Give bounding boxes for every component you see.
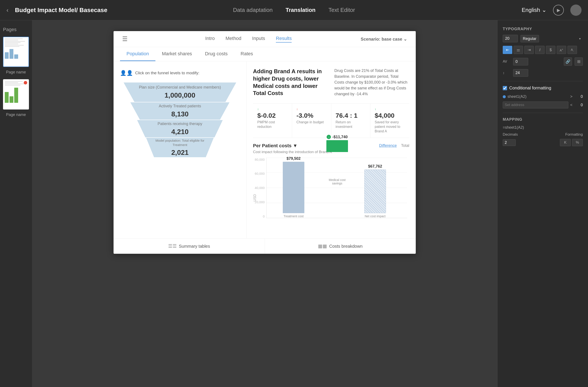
kpi-indicator-roi bbox=[336, 108, 366, 111]
kpi-value-roi: 76.4 : 1 bbox=[336, 112, 366, 119]
top-navigation: ‹ Budget Impact Model/ Basecase Data ada… bbox=[0, 0, 588, 20]
back-button[interactable]: ‹ bbox=[6, 7, 8, 14]
funnel-level-4[interactable]: Model population: Total eligible for Tre… bbox=[144, 138, 216, 157]
tab-rates[interactable]: Rates bbox=[234, 47, 259, 61]
funnel-level-3[interactable]: Patients receiving therapy 4,210 bbox=[134, 120, 226, 137]
funnel-value-4: 2,021 bbox=[171, 149, 189, 157]
kpi-indicator-saved: ↑ bbox=[375, 108, 405, 111]
kpi-value-budget: -3.0% bbox=[296, 112, 327, 119]
slide-footer: ☰☰ Summary tables ▦▦ Costs breakdown bbox=[114, 238, 416, 254]
align-left-button[interactable]: ⇤ bbox=[503, 46, 512, 54]
slide-tabs: Population Market shares Drug costs Rate… bbox=[114, 47, 416, 61]
page-thumb-2[interactable] bbox=[3, 79, 29, 109]
superscript-button[interactable]: A+ bbox=[557, 46, 566, 54]
nav-text-editor[interactable]: Text Editor bbox=[329, 7, 355, 13]
bar-value-net: $67,762 bbox=[368, 164, 382, 169]
play-button[interactable]: ▶ bbox=[553, 5, 564, 16]
slide-nav-intro[interactable]: Intro bbox=[205, 36, 215, 43]
cond-address-input[interactable] bbox=[503, 102, 568, 108]
decimals-label: Decimals bbox=[503, 132, 518, 137]
table-button[interactable]: ⊞ bbox=[575, 57, 583, 66]
bar-value-savings: -$11,740 bbox=[332, 135, 348, 139]
ln-value-input[interactable] bbox=[513, 69, 528, 77]
chart-section: Per Patient costs ▼ Difference Total Cos… bbox=[253, 143, 409, 227]
pages-sidebar: Pages Page name bbox=[0, 20, 32, 387]
tab-population[interactable]: Population bbox=[120, 47, 155, 61]
kpi-indicator-pmpm: ↑ bbox=[257, 108, 288, 111]
results-header: Adding Brand A results in higher Drug co… bbox=[253, 68, 409, 97]
hamburger-icon[interactable]: ☰ bbox=[122, 35, 127, 43]
funnel-level-1[interactable]: Plan size (Commercial and Medicare membe… bbox=[120, 83, 240, 102]
funnel-level-2[interactable]: Actively Treated patients 8,130 bbox=[127, 102, 232, 120]
slide-container: ☰ Intro Method Inputs Results Scenario: … bbox=[114, 31, 416, 254]
divider-1 bbox=[503, 81, 583, 81]
conditional-formatting-checkbox[interactable] bbox=[503, 86, 507, 90]
toggle-difference[interactable]: Difference bbox=[379, 143, 397, 148]
slide-nav-method[interactable]: Method bbox=[226, 36, 241, 43]
alignment-row: ⇤ ⚌ ⇥ I $ A+ A- bbox=[503, 46, 583, 54]
decimals-formatting-row: Decimals Formatting bbox=[503, 132, 583, 137]
toggle-total[interactable]: Total bbox=[401, 143, 409, 148]
av-value-input[interactable] bbox=[513, 58, 528, 65]
format-pct-button[interactable]: % bbox=[572, 139, 583, 146]
divider-2 bbox=[503, 113, 583, 113]
font-style-select[interactable]: Regular Bold Italic bbox=[521, 35, 539, 42]
bar-treatment-cost: $79,502 Treatment cost bbox=[281, 156, 307, 218]
mapping-section-title: MAPPING bbox=[503, 117, 583, 122]
font-size-input[interactable] bbox=[503, 35, 518, 42]
funnel-label-3: Patients receiving therapy bbox=[158, 122, 202, 126]
kpi-label-roi: Return on investment bbox=[336, 120, 366, 129]
align-center-button[interactable]: ⚌ bbox=[514, 46, 523, 54]
savings-icon: ↓ bbox=[327, 135, 331, 139]
results-panel: Adding Brand A results in higher Drug co… bbox=[247, 61, 416, 238]
kpi-indicator-budget: ↑ bbox=[296, 108, 327, 111]
page-thumb-1[interactable] bbox=[3, 37, 29, 67]
funnel-panel: 👤👤 Click on the funnel levels to modify:… bbox=[114, 61, 247, 238]
funnel-label-4: Model population: Total eligible for Tre… bbox=[148, 138, 211, 147]
bar-rect-net bbox=[364, 170, 386, 213]
kpi-value-saved: $4,000 bbox=[375, 112, 405, 119]
footer-costs-breakdown[interactable]: ▦▦ Costs breakdown bbox=[265, 239, 416, 254]
y-label-0: 0 bbox=[263, 215, 265, 218]
slide-nav-inputs[interactable]: Inputs bbox=[252, 36, 265, 43]
font-size-style-row: Regular Bold Italic ▾ bbox=[503, 35, 583, 42]
kpi-pmpm: ↑ $-0.02 PMPM cost reduction bbox=[253, 104, 292, 137]
dollar-button[interactable]: $ bbox=[546, 46, 555, 54]
bar-medical-savings: ↓ -$11,740 Medical costsavings bbox=[324, 135, 350, 179]
mapping-section: MAPPING =sheet1(A2) Decimals Formatting … bbox=[503, 117, 583, 146]
language-selector[interactable]: English ⌄ bbox=[522, 7, 546, 13]
chart-body: $79,502 Treatment cost ↓ -$11,740 bbox=[266, 158, 407, 218]
results-title: Adding Brand A results in higher Drug co… bbox=[253, 68, 328, 97]
align-right-button[interactable]: ⇥ bbox=[524, 46, 534, 54]
bar-label-treatment: Treatment cost bbox=[284, 215, 304, 218]
italic-button[interactable]: I bbox=[535, 46, 545, 54]
cond-val-lt: 0 bbox=[574, 103, 583, 107]
nav-data-adaptation[interactable]: Data adaptation bbox=[233, 7, 273, 13]
link-button[interactable]: 🔗 bbox=[564, 57, 572, 66]
subscript-button[interactable]: A- bbox=[567, 46, 577, 54]
conditional-formatting-row: Conditional formatting bbox=[503, 86, 583, 90]
tab-market-shares[interactable]: Market shares bbox=[155, 47, 198, 61]
funnel-icon: 👤👤 bbox=[120, 70, 133, 76]
bar-value-treatment: $79,502 bbox=[287, 156, 301, 161]
tab-drug-costs[interactable]: Drug costs bbox=[198, 47, 234, 61]
main-area: ☰ Intro Method Inputs Results Scenario: … bbox=[32, 20, 588, 387]
user-avatar[interactable] bbox=[570, 4, 582, 16]
font-style-select-wrapper: Regular Bold Italic ▾ bbox=[521, 35, 583, 42]
nav-translation[interactable]: Translation bbox=[286, 7, 315, 13]
sidebar-title: Pages bbox=[3, 27, 29, 32]
decimals-value-input[interactable] bbox=[503, 139, 516, 146]
bar-label-net: Net cost impact bbox=[365, 215, 385, 218]
y-axis: 80,000 60,000 40,000 20,000 0 bbox=[253, 158, 266, 218]
chart-dropdown-icon[interactable]: ▼ bbox=[293, 143, 298, 149]
kpi-row: ↑ $-0.02 PMPM cost reduction ↑ -3.0% Cha… bbox=[253, 104, 409, 138]
slide-nav-results[interactable]: Results bbox=[276, 36, 292, 43]
funnel-label-2: Actively Treated patients bbox=[159, 104, 201, 108]
y-label-80k: 80,000 bbox=[255, 158, 265, 161]
cond-sheet-ref: sheet1(A2) bbox=[507, 94, 568, 99]
chart-title: Per Patient costs ▼ bbox=[253, 143, 297, 149]
page-label-2: Page name bbox=[3, 112, 29, 117]
cond-op-lt: < bbox=[570, 103, 572, 107]
footer-summary-tables[interactable]: ☰☰ Summary tables bbox=[114, 239, 265, 254]
format-k-button[interactable]: K bbox=[560, 139, 571, 146]
